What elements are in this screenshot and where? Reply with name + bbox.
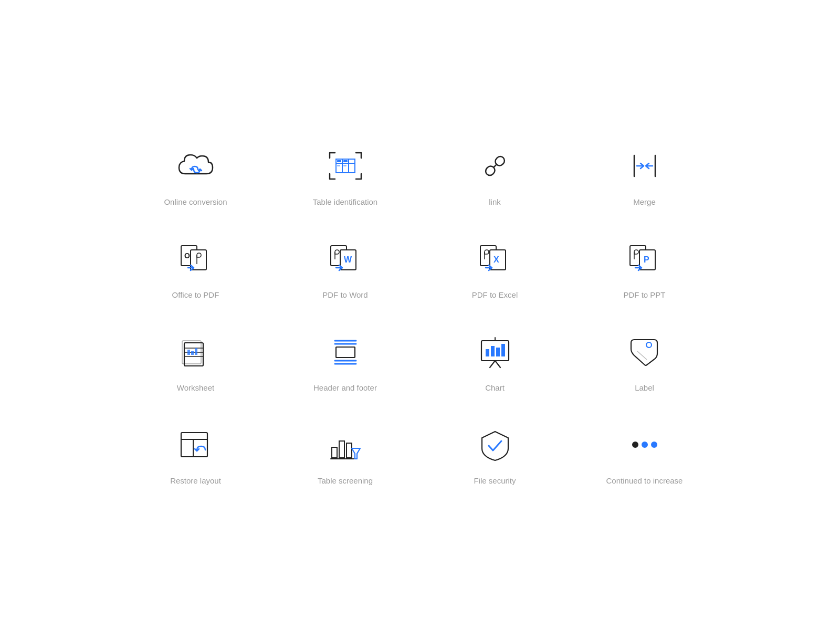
item-worksheet[interactable]: Worksheet	[131, 331, 260, 392]
file-security-icon	[474, 424, 516, 466]
merge-icon	[624, 145, 666, 187]
pdf-to-excel-label: PDF to Excel	[472, 290, 518, 299]
svg-rect-54	[181, 433, 207, 457]
item-office-to-pdf[interactable]: O Office to PDF	[131, 238, 260, 299]
chart-icon	[474, 331, 516, 373]
svg-text:W: W	[344, 255, 352, 264]
svg-point-52	[646, 342, 652, 348]
svg-rect-48	[486, 349, 489, 356]
label-label: Label	[635, 383, 654, 392]
item-chart[interactable]: Chart	[430, 331, 559, 392]
item-merge[interactable]: Merge	[580, 145, 709, 206]
file-security-label: File security	[474, 476, 516, 485]
svg-rect-50	[496, 348, 500, 356]
item-restore-layout[interactable]: Restore layout	[131, 424, 260, 485]
svg-text:X: X	[494, 255, 499, 264]
continued-to-increase-icon	[624, 424, 666, 466]
item-continued-to-increase[interactable]: Continued to increase	[580, 424, 709, 485]
table-screening-icon	[324, 424, 366, 466]
worksheet-icon	[175, 331, 217, 373]
svg-line-10	[494, 164, 497, 167]
pdf-to-word-label: PDF to Word	[322, 290, 368, 299]
pdf-to-word-icon: W	[324, 238, 366, 280]
svg-line-53	[637, 351, 647, 360]
svg-rect-6	[337, 165, 340, 166]
svg-point-61	[632, 442, 638, 448]
svg-rect-37	[195, 348, 197, 355]
continued-to-increase-label: Continued to increase	[606, 476, 683, 485]
restore-layout-icon	[175, 424, 217, 466]
svg-point-62	[642, 442, 648, 448]
item-pdf-to-excel[interactable]: X PDF to Excel	[430, 238, 559, 299]
office-to-pdf-label: Office to PDF	[172, 290, 219, 299]
svg-rect-58	[339, 441, 344, 458]
item-pdf-to-word[interactable]: W PDF to Word	[281, 238, 410, 299]
svg-line-46	[495, 361, 500, 368]
svg-rect-5	[343, 160, 348, 162]
svg-point-63	[651, 442, 657, 448]
link-icon	[474, 145, 516, 187]
chart-label: Chart	[485, 383, 505, 392]
svg-rect-51	[501, 344, 505, 356]
svg-rect-49	[491, 346, 495, 356]
item-file-security[interactable]: File security	[430, 424, 559, 485]
restore-layout-label: Restore layout	[170, 476, 221, 485]
svg-rect-59	[346, 443, 352, 458]
table-identification-icon	[324, 145, 366, 187]
svg-line-45	[490, 361, 495, 368]
label-icon	[624, 331, 666, 373]
svg-rect-35	[187, 350, 190, 355]
pdf-to-ppt-icon: P	[624, 238, 666, 280]
item-header-and-footer[interactable]: Header and footer	[281, 331, 410, 392]
icon-grid: Online conversion Table ide	[131, 145, 709, 485]
svg-text:O: O	[184, 251, 190, 260]
item-pdf-to-ppt[interactable]: P PDF to PPT	[580, 238, 709, 299]
item-link[interactable]: link	[430, 145, 559, 206]
svg-text:P: P	[644, 255, 649, 264]
svg-rect-57	[332, 447, 337, 458]
merge-label: Merge	[633, 197, 656, 206]
item-label[interactable]: Label	[580, 331, 709, 392]
pdf-to-ppt-label: PDF to PPT	[623, 290, 665, 299]
worksheet-label: Worksheet	[177, 383, 214, 392]
header-and-footer-label: Header and footer	[313, 383, 377, 392]
online-conversion-icon	[175, 145, 217, 187]
office-to-pdf-icon: O	[175, 238, 217, 280]
item-table-screening[interactable]: Table screening	[281, 424, 410, 485]
table-identification-label: Table identification	[313, 197, 377, 206]
pdf-to-excel-icon: X	[474, 238, 516, 280]
link-label: link	[489, 197, 501, 206]
svg-rect-4	[337, 160, 341, 162]
table-screening-label: Table screening	[318, 476, 373, 485]
item-online-conversion[interactable]: Online conversion	[131, 145, 260, 206]
svg-rect-41	[336, 347, 355, 358]
svg-rect-7	[343, 165, 346, 166]
svg-rect-36	[191, 351, 194, 355]
online-conversion-label: Online conversion	[164, 197, 227, 206]
item-table-identification[interactable]: Table identification	[281, 145, 410, 206]
header-and-footer-icon	[324, 331, 366, 373]
